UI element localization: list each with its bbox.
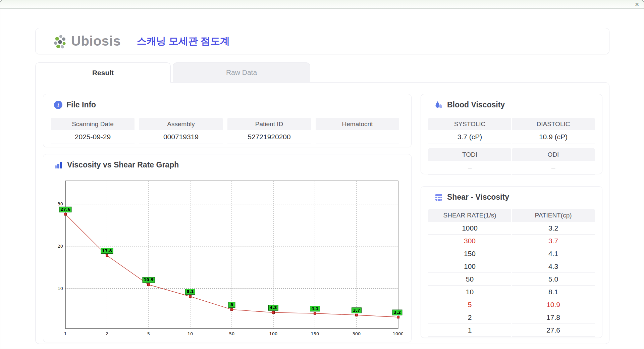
page: Ubiosis 스캐닝 모세관 점도계 Result Raw Data i Fi… <box>0 9 644 349</box>
tab-result[interactable]: Result <box>35 62 171 83</box>
systolic-value: 3.7 (cP) <box>428 130 511 144</box>
svg-text:10: 10 <box>187 331 193 336</box>
svg-text:10: 10 <box>57 286 63 291</box>
file-info-field: Hematocrit <box>316 118 399 144</box>
patient-value-cell: 8.1 <box>512 286 595 298</box>
svg-text:50: 50 <box>229 331 235 336</box>
shear-rate-cell: 2 <box>428 311 511 324</box>
file-info-field: Assembly000719319 <box>139 118 223 144</box>
tab-bar: Result Raw Data <box>35 62 310 83</box>
svg-text:1: 1 <box>64 331 67 336</box>
file-info-field: Scanning Date2025-09-29 <box>51 118 135 144</box>
svg-text:27.6: 27.6 <box>60 207 70 212</box>
svg-text:150: 150 <box>311 331 319 336</box>
field-label: Scanning Date <box>51 118 135 130</box>
patient-value-cell: 10.9 <box>512 298 595 311</box>
svg-text:20: 20 <box>57 244 63 249</box>
blood-viscosity-title: Blood Viscosity <box>447 100 505 109</box>
shear-viscosity-title-row: Shear - Viscosity <box>421 187 602 202</box>
droplets-icon <box>434 101 443 109</box>
shear-viscosity-card: Shear - Viscosity SHEAR RATE(1/s) PATIEN… <box>421 186 602 338</box>
todi-header: TODI <box>428 148 511 161</box>
svg-text:2: 2 <box>106 331 108 336</box>
svg-text:3.7: 3.7 <box>353 308 360 313</box>
shear-table-body: 10003.23003.71504.11004.3505.0108.1510.9… <box>428 222 595 337</box>
field-value: 000719319 <box>139 130 223 144</box>
patient-value-cell: 3.2 <box>512 222 595 235</box>
shear-rate-cell: 10 <box>428 286 511 298</box>
shear-viscosity-title: Shear - Viscosity <box>447 193 509 202</box>
svg-text:5: 5 <box>147 331 150 336</box>
svg-text:8.1: 8.1 <box>186 289 194 294</box>
shear-table: SHEAR RATE(1/s) PATIENT(cp) 10003.23003.… <box>428 209 595 337</box>
viscosity-chart: 1020301251050100150300100027.617.810.98.… <box>53 178 403 339</box>
graph-title-row: Viscosity vs Shear Rate Graph <box>43 154 411 169</box>
blood-viscosity-grid: SYSTOLIC DIASTOLIC 3.7 (cP) 10.9 (cP) TO… <box>428 118 595 174</box>
app-title: 스캐닝 모세관 점도계 <box>137 35 230 48</box>
close-icon[interactable]: × <box>635 0 639 8</box>
field-label: Hematocrit <box>316 118 399 130</box>
window-titlebar: × <box>0 0 644 9</box>
file-info-title: File Info <box>66 100 96 109</box>
blood-viscosity-title-row: Blood Viscosity <box>421 94 602 109</box>
svg-text:5: 5 <box>230 302 233 307</box>
svg-text:4.1: 4.1 <box>311 306 318 311</box>
svg-text:1000: 1000 <box>392 331 403 336</box>
field-label: Assembly <box>139 118 223 130</box>
shear-rate-cell: 50 <box>428 273 511 286</box>
svg-text:4.3: 4.3 <box>270 305 277 310</box>
diastolic-header: DIASTOLIC <box>512 118 595 130</box>
info-icon: i <box>54 101 62 109</box>
graph-title: Viscosity vs Shear Rate Graph <box>67 160 179 169</box>
shear-rate-cell: 1 <box>428 324 511 337</box>
field-value <box>316 130 399 144</box>
logo-text: Ubiosis <box>71 34 121 49</box>
todi-value: – <box>428 161 511 174</box>
ubiosis-logo-icon <box>52 34 68 49</box>
file-info-fields: Scanning Date2025-09-29Assembly000719319… <box>43 109 411 144</box>
shear-rate-column-header: SHEAR RATE(1/s) <box>428 209 511 222</box>
file-info-title-row: i File Info <box>43 94 411 109</box>
shear-rate-cell: 150 <box>428 247 511 260</box>
file-info-field: Patient ID52721920200 <box>227 118 311 144</box>
file-info-card: i File Info Scanning Date2025-09-29Assem… <box>43 94 412 147</box>
tab-raw-data[interactable]: Raw Data <box>173 62 310 82</box>
table-icon <box>434 193 443 202</box>
content-panel: i File Info Scanning Date2025-09-29Assem… <box>35 82 609 344</box>
diastolic-value: 10.9 (cP) <box>512 130 595 144</box>
patient-column-header: PATIENT(cp) <box>512 209 595 222</box>
blood-viscosity-card: Blood Viscosity SYSTOLIC DIASTOLIC 3.7 (… <box>421 94 602 174</box>
spacer <box>428 144 595 148</box>
field-label: Patient ID <box>227 118 311 130</box>
shear-rate-cell: 300 <box>428 235 511 247</box>
patient-value-cell: 17.8 <box>512 311 595 324</box>
patient-value-cell: 27.6 <box>512 324 595 337</box>
svg-text:300: 300 <box>353 331 361 336</box>
shear-rate-cell: 1000 <box>428 222 511 235</box>
patient-value-cell: 3.7 <box>512 235 595 247</box>
shear-table-header: SHEAR RATE(1/s) PATIENT(cp) <box>428 209 595 222</box>
graph-card: Viscosity vs Shear Rate Graph 1020301251… <box>43 154 412 342</box>
patient-value-cell: 4.3 <box>512 260 595 273</box>
patient-value-cell: 4.1 <box>512 247 595 260</box>
odi-value: – <box>512 161 595 174</box>
systolic-header: SYSTOLIC <box>428 118 511 130</box>
shear-rate-cell: 100 <box>428 260 511 273</box>
odi-header: ODI <box>512 148 595 161</box>
bar-chart-icon <box>54 161 63 169</box>
shear-rate-cell: 5 <box>428 298 511 311</box>
svg-text:30: 30 <box>57 201 63 206</box>
field-value: 52721920200 <box>227 130 311 144</box>
svg-text:100: 100 <box>269 331 278 336</box>
svg-text:17.8: 17.8 <box>102 249 112 253</box>
svg-text:3.2: 3.2 <box>394 310 401 315</box>
ubiosis-logo: Ubiosis <box>52 34 121 49</box>
field-value: 2025-09-29 <box>51 130 135 144</box>
patient-value-cell: 5.0 <box>512 273 595 286</box>
svg-text:10.9: 10.9 <box>144 278 154 282</box>
app-window: × Ubiosis 스캐닝 모세관 점도계 Result Ra <box>0 0 644 349</box>
app-header: Ubiosis 스캐닝 모세관 점도계 <box>35 28 609 54</box>
